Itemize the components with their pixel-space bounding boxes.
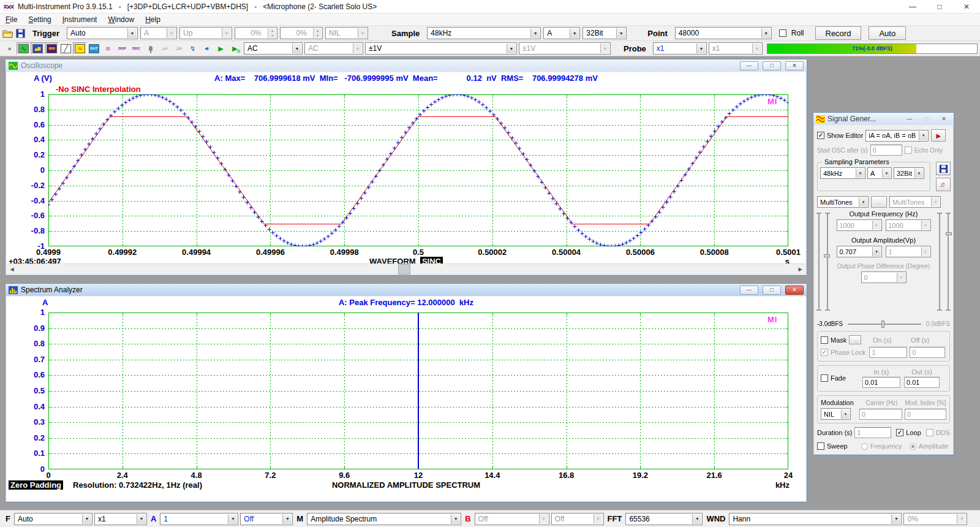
spectrum-analyzer-icon[interactable]: ▄▆: [31, 42, 45, 55]
run-icon[interactable]: ▶: [214, 42, 228, 55]
roll-checkbox[interactable]: [779, 29, 786, 37]
ddp-viewer-icon[interactable]: DDP: [115, 42, 129, 55]
menu-item-setting[interactable]: Setting: [23, 13, 56, 25]
oscilloscope-scrollbar[interactable]: ◀ ▶: [7, 264, 805, 274]
trigger-coupling-select[interactable]: NIL▼: [325, 27, 368, 39]
amp-a-slider-handle[interactable]: [824, 254, 830, 257]
minimize-icon[interactable]: —: [740, 286, 758, 295]
oscilloscope-titlebar[interactable]: Oscilloscope — □ ✕: [6, 59, 807, 72]
dbfs-slider[interactable]: [848, 324, 921, 325]
generator-run-button[interactable]: ▶: [931, 129, 946, 142]
amp-a-slider[interactable]: [827, 213, 828, 311]
minimize-icon[interactable]: —: [899, 0, 926, 13]
freq-a-slider[interactable]: [818, 213, 820, 311]
restore-icon[interactable]: □: [763, 286, 781, 295]
modulation-type-select[interactable]: NIL▼: [821, 408, 851, 420]
auto-button[interactable]: Auto: [869, 26, 906, 40]
dut-analysis-icon[interactable]: DUT: [87, 42, 101, 55]
xy-plot-icon[interactable]: ╱: [59, 42, 73, 55]
save-icon[interactable]: [16, 29, 25, 38]
record-standby-icon[interactable]: ●: [2, 42, 17, 55]
trigger-source-select[interactable]: A▼: [140, 27, 177, 39]
zoom-select[interactable]: x1▼: [94, 513, 147, 525]
loop-checkbox[interactable]: [896, 429, 903, 436]
scroll-left-icon[interactable]: ◀: [7, 264, 17, 275]
waveform-a-select[interactable]: MultiTones▼: [817, 196, 869, 208]
start-osc-input[interactable]: 0: [870, 145, 902, 156]
trigger-mode-select[interactable]: Auto▼: [67, 27, 138, 39]
generator-sample-rate-select[interactable]: 48kHz▼: [820, 167, 865, 179]
generator-save-button[interactable]: [936, 162, 951, 175]
menu-item-instrument[interactable]: Instrument: [57, 13, 103, 25]
derived-data-curve-icon[interactable]: ≋: [101, 42, 115, 55]
restore-icon[interactable]: □: [763, 61, 781, 70]
chevron-down-icon: ▼: [859, 197, 867, 207]
routing-select[interactable]: iA = oA, iB = oB▼: [865, 130, 929, 142]
close-icon[interactable]: ✕: [785, 286, 804, 295]
minimize-icon[interactable]: —: [902, 115, 917, 124]
range-b-select[interactable]: ±1V▼: [519, 42, 611, 55]
record-button[interactable]: Record: [815, 26, 862, 40]
calibration-icon[interactable]: ↯: [186, 42, 200, 55]
minimize-icon[interactable]: —: [740, 61, 758, 70]
run-loop-icon[interactable]: ▶: [228, 42, 242, 55]
ground-b-icon[interactable]: ⊥B: [172, 42, 186, 55]
dbfs-slider-handle[interactable]: [881, 320, 884, 328]
menu-item-file[interactable]: File: [0, 13, 23, 25]
range-a-select[interactable]: ±1V▼: [365, 42, 517, 55]
oscilloscope-icon[interactable]: ∿: [17, 42, 31, 55]
duration-input[interactable]: 1: [854, 427, 891, 438]
coupling-b-select[interactable]: AC▼: [304, 42, 363, 55]
ground-a-icon[interactable]: ⊥A: [157, 42, 172, 55]
signal-generator-icon[interactable]: ≈: [73, 42, 87, 55]
show-editor-checkbox[interactable]: [817, 132, 824, 139]
trigger-edge-select[interactable]: Up▼: [179, 27, 232, 39]
open-file-icon[interactable]: [2, 29, 13, 38]
echo-only-checkbox: [905, 146, 912, 154]
frequency-axis-select[interactable]: Auto▼: [14, 513, 92, 525]
menu-item-window[interactable]: Window: [102, 13, 140, 25]
a-ref-select[interactable]: Off▼: [240, 513, 293, 525]
trigger-delay-spinner[interactable]: 0% ▲▼: [280, 27, 323, 39]
sound-output-icon[interactable]: ◀): [200, 42, 214, 55]
sample-channel-select[interactable]: A▼: [543, 27, 580, 39]
microphone-icon[interactable]: [143, 42, 157, 55]
sample-rate-select[interactable]: 48kHz▼: [427, 27, 541, 39]
fade-out-input[interactable]: 0.01: [904, 377, 940, 388]
spinner-arrows[interactable]: ▲▼: [268, 28, 276, 38]
fade-in-input[interactable]: 0.01: [862, 377, 900, 388]
frequency-b-select: 1000▼: [886, 219, 931, 231]
window-function-select[interactable]: Hann▼: [729, 513, 902, 525]
analysis-mode-select[interactable]: Amplitude Spectrum▼: [307, 513, 461, 525]
x-tick-label: 4.8: [169, 471, 224, 480]
maximize-icon[interactable]: □: [926, 0, 953, 13]
generator-bits-select[interactable]: 32Bit▼: [894, 167, 924, 179]
point-count-select[interactable]: 48000▼: [675, 27, 772, 39]
music-note-button[interactable]: ♬: [936, 178, 951, 191]
sample-bits-select[interactable]: 32Bit▼: [582, 27, 627, 39]
generator-channel-select[interactable]: A▼: [867, 167, 892, 179]
close-icon[interactable]: ✕: [785, 61, 804, 70]
ddc-viewer-icon[interactable]: DDC: [129, 42, 143, 55]
close-icon[interactable]: ✕: [937, 115, 951, 124]
multimeter-icon[interactable]: 888: [45, 42, 59, 55]
probe-b-select[interactable]: x1▼: [709, 42, 763, 55]
y-tick-label: 0.2: [7, 433, 45, 442]
mask-checkbox[interactable]: [821, 336, 828, 344]
sweep-checkbox[interactable]: [817, 442, 824, 450]
close-icon[interactable]: ✕: [953, 0, 980, 13]
signal-generator-titlebar[interactable]: Signal Gener... — □ ✕: [813, 113, 954, 125]
scroll-right-icon[interactable]: ▶: [795, 264, 805, 275]
fft-size-select[interactable]: 65536▼: [625, 513, 703, 525]
amplitude-a-select[interactable]: 0.707▼: [837, 246, 882, 257]
scrollbar-thumb[interactable]: [398, 264, 410, 275]
trigger-level-spinner[interactable]: 0% ▲▼: [235, 27, 277, 39]
coupling-a-select[interactable]: AC▼: [244, 42, 303, 55]
fade-checkbox[interactable]: [821, 374, 828, 382]
probe-a-select[interactable]: x1▼: [653, 42, 707, 55]
spectrum-titlebar[interactable]: Spectrum Analyzer — □ ✕: [6, 284, 807, 296]
spinner-arrows[interactable]: ▲▼: [313, 28, 322, 38]
scrollbar-track[interactable]: [17, 264, 795, 275]
menu-item-help[interactable]: Help: [140, 13, 166, 25]
a-gain-select[interactable]: 1▼: [160, 513, 238, 525]
